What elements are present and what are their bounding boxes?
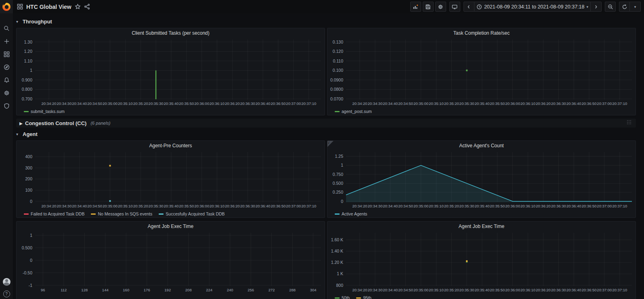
- panel-title[interactable]: Agent Job Exec Time: [327, 222, 636, 231]
- svg-text:0.800: 0.800: [22, 87, 32, 92]
- svg-text:1: 1: [341, 163, 343, 167]
- panel-title[interactable]: Agent-Pre Counters: [17, 141, 325, 151]
- chart-agent-job-exec-time-left[interactable]: 10.5000-0.50-196112128144160176192208224…: [17, 231, 325, 299]
- svg-text:20:36:00: 20:36:00: [505, 204, 520, 208]
- section-congestion-control[interactable]: ▸ Congestion Control (CC) (6 panels): [16, 119, 636, 128]
- save-dashboard-button[interactable]: [423, 2, 434, 12]
- dashboards-icon[interactable]: [3, 50, 10, 58]
- svg-text:20:34:20: 20:34:20: [42, 204, 57, 208]
- svg-text:20:35:30: 20:35:30: [149, 101, 164, 106]
- svg-text:20:34:20: 20:34:20: [352, 288, 367, 292]
- panel-info-icon[interactable]: i: [327, 141, 334, 147]
- svg-text:20:35:10: 20:35:10: [429, 288, 444, 292]
- svg-text:20:37:10: 20:37:10: [612, 101, 627, 106]
- add-panel-button[interactable]: [410, 2, 421, 12]
- svg-text:-1: -1: [29, 283, 32, 288]
- panel-title[interactable]: Task Completion Rate/sec: [327, 28, 636, 38]
- dashboard-settings-button[interactable]: [435, 2, 446, 12]
- svg-text:20:36:40: 20:36:40: [256, 204, 271, 208]
- legend-label: submit_tasks.sum: [31, 109, 65, 114]
- svg-text:20:34:50: 20:34:50: [87, 204, 102, 208]
- create-plus-icon[interactable]: [3, 38, 10, 45]
- svg-text:20:35:00: 20:35:00: [413, 288, 428, 292]
- svg-text:1.60 K: 1.60 K: [331, 237, 343, 242]
- admin-shield-icon[interactable]: [3, 102, 10, 109]
- legend-label: agent_post.sum: [342, 109, 372, 114]
- svg-text:272: 272: [269, 288, 275, 292]
- legend-item[interactable]: 95th: [356, 295, 371, 299]
- svg-text:20:35:40: 20:35:40: [164, 101, 178, 106]
- chart-agent-job-exec-time-right[interactable]: 1.60 K1.40 K1.20 K1 K80020:34:2020:34:30…: [327, 231, 636, 299]
- legend-item[interactable]: No Messages In SQS events: [91, 211, 152, 216]
- svg-text:20:37:10: 20:37:10: [301, 204, 316, 208]
- explore-compass-icon[interactable]: [3, 63, 10, 71]
- legend-label: 95th: [363, 295, 371, 299]
- chart-agent-pre-counters[interactable]: 400300200100020:34:2020:34:3020:34:4020:…: [17, 151, 325, 217]
- svg-text:20:35:20: 20:35:20: [444, 204, 459, 208]
- svg-text:20:37:00: 20:37:00: [597, 101, 612, 106]
- panel-title[interactable]: Client Submitted Tasks (per second): [17, 28, 325, 38]
- svg-text:20:35:40: 20:35:40: [474, 288, 489, 292]
- svg-text:0: 0: [30, 258, 32, 263]
- legend-swatch: [24, 213, 29, 215]
- user-avatar[interactable]: [3, 278, 10, 286]
- svg-text:20:35:50: 20:35:50: [490, 288, 505, 292]
- svg-text:20:36:10: 20:36:10: [210, 101, 224, 106]
- legend-item[interactable]: Active Agents: [335, 211, 367, 216]
- svg-text:1: 1: [30, 68, 32, 73]
- chart-client-submitted-tasks[interactable]: 1.301.201.1010.9000.8000.70020:34:2020:3…: [17, 38, 325, 115]
- time-range-label: 2021-08-09 20:34:11 to 2021-08-09 20:37:…: [484, 4, 585, 10]
- svg-text:20:35:10: 20:35:10: [429, 204, 444, 208]
- help-icon[interactable]: ?: [3, 291, 10, 297]
- section-title: Throughput: [23, 19, 52, 25]
- svg-text:112: 112: [61, 288, 67, 292]
- chart-legend: Failed to Acquired Task DDBNo Messages I…: [24, 211, 225, 216]
- svg-text:20:36:10: 20:36:10: [210, 204, 224, 208]
- svg-text:20:36:50: 20:36:50: [581, 288, 596, 292]
- grafana-logo[interactable]: [0, 0, 13, 13]
- svg-text:20:36:40: 20:36:40: [566, 204, 581, 208]
- share-icon[interactable]: [84, 4, 90, 10]
- refresh-button[interactable]: [619, 2, 630, 12]
- chart-task-completion-rate[interactable]: 0.1300.1200.1100.1000.09000.08000.070020…: [327, 38, 636, 115]
- zoom-out-button[interactable]: [605, 2, 616, 12]
- legend-item[interactable]: 50th: [335, 295, 350, 299]
- cycle-view-mode-button[interactable]: [449, 2, 460, 12]
- svg-text:20:34:20: 20:34:20: [352, 101, 367, 106]
- svg-text:0.250: 0.250: [333, 190, 343, 194]
- legend-swatch: [335, 297, 340, 299]
- svg-text:1.25: 1.25: [335, 154, 344, 159]
- dashboard-title[interactable]: HTC Global View: [26, 4, 71, 10]
- row-drag-handle[interactable]: [627, 120, 633, 126]
- svg-text:0.0800: 0.0800: [330, 87, 343, 92]
- configuration-gear-icon[interactable]: [3, 89, 10, 96]
- legend-item[interactable]: Succesfully Acquired Task DDB: [159, 211, 224, 216]
- svg-text:300: 300: [25, 165, 32, 170]
- refresh-interval-dropdown[interactable]: ▾: [630, 2, 641, 12]
- panel-agent-job-exec-time-left: Agent Job Exec Time 10.5000-0.50-1961121…: [16, 221, 325, 299]
- section-throughput[interactable]: ▾ Throughput: [16, 17, 636, 25]
- time-range-picker[interactable]: 2021-08-09 20:34:11 to 2021-08-09 20:37:…: [474, 2, 591, 12]
- svg-text:20:35:10: 20:35:10: [118, 101, 133, 106]
- svg-text:20:36:40: 20:36:40: [566, 101, 581, 106]
- legend-swatch: [335, 111, 340, 112]
- chart-active-agents-count[interactable]: 1.2510.7500.5000.250020:34:2020:34:3020:…: [327, 151, 636, 217]
- svg-text:0.130: 0.130: [333, 40, 343, 44]
- panel-title[interactable]: Active Agent's Count: [327, 141, 636, 151]
- svg-text:20:35:40: 20:35:40: [164, 204, 178, 208]
- svg-text:20:34:50: 20:34:50: [398, 204, 413, 208]
- panel-title[interactable]: Agent Job Exec Time: [17, 222, 325, 231]
- legend-item[interactable]: agent_post.sum: [335, 109, 372, 114]
- section-agent[interactable]: ▾ Agent: [16, 130, 636, 138]
- legend-item[interactable]: submit_tasks.sum: [24, 109, 65, 114]
- grafana-logo-icon: [2, 2, 11, 12]
- time-range-forward-button[interactable]: [591, 2, 602, 12]
- svg-text:1: 1: [30, 233, 32, 238]
- svg-text:20:36:00: 20:36:00: [194, 101, 209, 106]
- svg-text:192: 192: [164, 288, 171, 292]
- legend-item[interactable]: Failed to Acquired Task DDB: [24, 211, 84, 216]
- search-icon[interactable]: [3, 25, 10, 32]
- alerting-bell-icon[interactable]: [3, 76, 10, 84]
- star-icon[interactable]: [75, 4, 81, 10]
- time-range-back-button[interactable]: [464, 2, 474, 12]
